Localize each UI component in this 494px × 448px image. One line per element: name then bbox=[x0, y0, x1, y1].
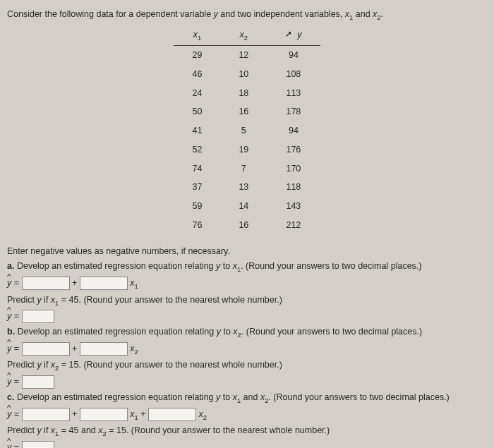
part-b-prompt: b. Develop an estimated regression equat… bbox=[7, 325, 487, 340]
cursor-icon: ➚ bbox=[285, 28, 292, 40]
table-row: 291294 bbox=[174, 46, 320, 65]
table-row: 41594 bbox=[174, 121, 320, 140]
negative-note: Enter negative values as negative number… bbox=[7, 245, 487, 258]
a-slope-x1-input[interactable] bbox=[80, 277, 128, 290]
table-row: 2418113 bbox=[174, 84, 320, 103]
table-row: 4610108 bbox=[174, 65, 320, 84]
part-a-prompt: a. Develop an estimated regression equat… bbox=[7, 260, 487, 274]
part-b-predict-answer: y = bbox=[7, 375, 487, 389]
a-intercept-input[interactable] bbox=[22, 277, 70, 290]
a-predict-input[interactable] bbox=[22, 310, 54, 323]
table-row: 7616212 bbox=[174, 216, 320, 235]
part-a-equation: y = + x1 bbox=[7, 277, 487, 291]
c-slope-x1-input[interactable] bbox=[80, 408, 128, 421]
table-row: 747170 bbox=[174, 159, 320, 178]
table-body: 291294 4610108 2418113 5016178 41594 521… bbox=[174, 46, 320, 235]
part-a-predict-prompt: Predict y if x1 = 45. (Round your answer… bbox=[7, 293, 487, 308]
b-predict-input[interactable] bbox=[22, 375, 54, 389]
part-c-prompt: c. Develop an estimated regression equat… bbox=[7, 391, 487, 406]
table-row: 5914143 bbox=[174, 197, 320, 216]
part-a-predict-answer: y = bbox=[7, 310, 487, 323]
problem-intro: Consider the following data for a depend… bbox=[7, 8, 487, 23]
b-slope-x2-input[interactable] bbox=[80, 342, 128, 356]
c-intercept-input[interactable] bbox=[22, 408, 70, 421]
part-c-predict-answer: y = bbox=[7, 441, 487, 448]
data-table: x1 x2 ➚ y 291294 4610108 2418113 5016178… bbox=[174, 25, 320, 235]
part-b-predict-prompt: Predict y if x2 = 15. (Round your answer… bbox=[7, 358, 487, 373]
c-slope-x2-input[interactable] bbox=[148, 408, 196, 421]
table-row: 5016178 bbox=[174, 102, 320, 121]
table-header: x1 x2 ➚ y bbox=[174, 25, 320, 46]
table-row: 5219176 bbox=[174, 140, 320, 159]
part-c-predict-prompt: Predict y if x1 = 45 and x2 = 15. (Round… bbox=[7, 424, 487, 439]
part-b-equation: y = + x2 bbox=[7, 342, 487, 357]
part-c-equation: y = + x1 + x2 bbox=[7, 408, 487, 423]
table-row: 3713118 bbox=[174, 178, 320, 197]
b-intercept-input[interactable] bbox=[22, 342, 70, 356]
c-predict-input[interactable] bbox=[22, 441, 54, 448]
